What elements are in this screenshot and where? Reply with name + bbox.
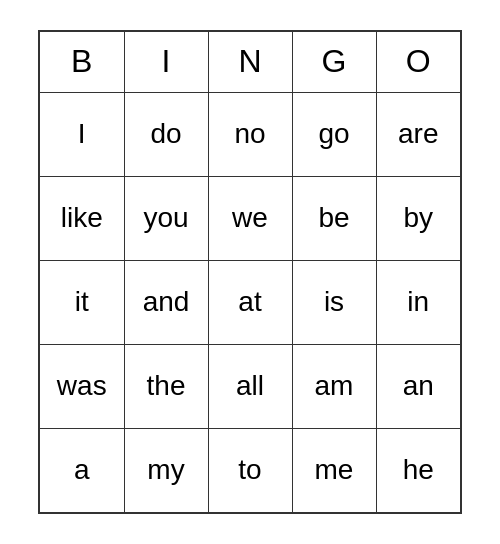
cell-2-4: in	[376, 260, 460, 344]
cell-2-1: and	[124, 260, 208, 344]
bingo-row-4: amytomehe	[40, 428, 460, 512]
cell-0-1: do	[124, 92, 208, 176]
bingo-table: BINGO Idonogoarelikeyouwebebyitandatisin…	[40, 32, 460, 512]
cell-3-4: an	[376, 344, 460, 428]
cell-1-0: like	[40, 176, 124, 260]
header-col-g: G	[292, 32, 376, 92]
cell-3-3: am	[292, 344, 376, 428]
header-col-n: N	[208, 32, 292, 92]
cell-2-2: at	[208, 260, 292, 344]
cell-1-1: you	[124, 176, 208, 260]
header-col-i: I	[124, 32, 208, 92]
cell-3-1: the	[124, 344, 208, 428]
header-col-o: O	[376, 32, 460, 92]
cell-2-3: is	[292, 260, 376, 344]
cell-1-2: we	[208, 176, 292, 260]
cell-0-4: are	[376, 92, 460, 176]
cell-0-3: go	[292, 92, 376, 176]
bingo-row-1: likeyouwebeby	[40, 176, 460, 260]
bingo-row-3: wastheallaman	[40, 344, 460, 428]
bingo-card: BINGO Idonogoarelikeyouwebebyitandatisin…	[38, 30, 462, 514]
cell-4-2: to	[208, 428, 292, 512]
cell-2-0: it	[40, 260, 124, 344]
cell-1-4: by	[376, 176, 460, 260]
bingo-row-0: Idonogoare	[40, 92, 460, 176]
header-col-b: B	[40, 32, 124, 92]
cell-3-2: all	[208, 344, 292, 428]
cell-4-4: he	[376, 428, 460, 512]
cell-4-3: me	[292, 428, 376, 512]
cell-4-0: a	[40, 428, 124, 512]
bingo-body: Idonogoarelikeyouwebebyitandatisinwasthe…	[40, 92, 460, 512]
cell-3-0: was	[40, 344, 124, 428]
cell-0-0: I	[40, 92, 124, 176]
header-row: BINGO	[40, 32, 460, 92]
cell-4-1: my	[124, 428, 208, 512]
bingo-row-2: itandatisin	[40, 260, 460, 344]
cell-1-3: be	[292, 176, 376, 260]
cell-0-2: no	[208, 92, 292, 176]
